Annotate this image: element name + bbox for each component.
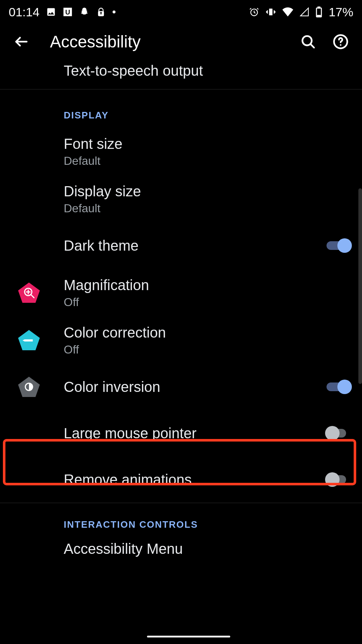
alarm-icon <box>249 7 259 17</box>
toggle-color-inversion[interactable] <box>325 380 352 394</box>
setting-large-mouse-pointer[interactable]: Large mouse pointer <box>64 410 352 456</box>
setting-title: Color inversion <box>64 378 325 396</box>
status-left: 01:14 U <box>9 5 115 19</box>
battery-icon <box>316 7 322 17</box>
setting-color-correction[interactable]: Color correction Off <box>64 316 352 364</box>
svg-point-9 <box>340 44 341 46</box>
setting-title: Color correction <box>64 323 352 342</box>
status-right: 17% <box>249 5 353 19</box>
settings-list[interactable]: Text-to-speech output <box>0 62 362 89</box>
setting-text-to-speech[interactable]: Text-to-speech output <box>64 62 352 89</box>
status-time: 01:14 <box>9 5 39 19</box>
search-button[interactable] <box>295 29 321 54</box>
help-icon <box>333 34 349 50</box>
search-icon <box>300 34 316 50</box>
wifi-icon <box>282 7 293 17</box>
setting-subtitle: Default <box>64 202 352 215</box>
setting-magnification[interactable]: Magnification Off <box>64 269 352 316</box>
status-bar: 01:14 U 17% <box>0 0 362 22</box>
toggle-large-mouse-pointer[interactable] <box>325 426 352 440</box>
nav-indicator <box>147 636 230 637</box>
setting-title: Accessibility Menu <box>64 540 352 558</box>
toggle-remove-animations[interactable] <box>325 472 352 487</box>
setting-title: Magnification <box>64 276 352 294</box>
svg-rect-6 <box>317 15 321 16</box>
section-header-display: DISPLAY <box>64 89 352 127</box>
app-u-icon: U <box>63 7 73 17</box>
svg-rect-5 <box>318 7 320 8</box>
setting-title: Font size <box>64 135 352 153</box>
display-section: DISPLAY Font size Default Display size D… <box>0 89 362 503</box>
arrow-left-icon <box>13 34 29 50</box>
battery-percent: 17% <box>329 5 353 19</box>
setting-title: Large mouse pointer <box>64 424 325 442</box>
vibrate-icon <box>266 7 276 17</box>
snapchat-icon <box>79 7 89 17</box>
setting-title: Text-to-speech output <box>64 62 352 80</box>
switch-thumb <box>325 472 340 487</box>
setting-subtitle: Default <box>64 154 352 168</box>
setting-dark-theme[interactable]: Dark theme <box>64 222 352 269</box>
signal-icon <box>300 7 309 17</box>
app-bar: Accessibility <box>0 22 362 62</box>
section-header-interaction: INTERACTION CONTROLS <box>64 503 352 534</box>
switch-thumb <box>325 426 340 440</box>
scrollbar[interactable] <box>358 188 362 384</box>
switch-thumb <box>337 238 352 253</box>
switch-thumb <box>337 380 352 394</box>
notification-dot-icon <box>113 11 115 13</box>
gallery-icon <box>46 7 56 17</box>
svg-marker-10 <box>18 283 40 303</box>
setting-title: Remove animations <box>64 471 325 489</box>
magnification-icon <box>17 281 41 304</box>
setting-font-size[interactable]: Font size Default <box>64 127 352 175</box>
back-button[interactable] <box>9 29 34 54</box>
color-correction-icon <box>17 329 41 352</box>
svg-text:U: U <box>65 8 70 16</box>
setting-remove-animations[interactable]: Remove animations <box>64 456 352 503</box>
setting-title: Display size <box>64 182 352 200</box>
setting-color-inversion[interactable]: Color inversion <box>64 364 352 410</box>
interaction-section: INTERACTION CONTROLS Accessibility Menu <box>0 503 362 565</box>
setting-display-size[interactable]: Display size Default <box>64 175 352 222</box>
help-button[interactable] <box>328 29 353 54</box>
color-inversion-icon <box>17 375 41 398</box>
setting-subtitle: Off <box>64 296 352 309</box>
setting-accessibility-menu[interactable]: Accessibility Menu <box>64 534 352 565</box>
toggle-dark-theme[interactable] <box>325 238 352 253</box>
svg-rect-3 <box>269 9 272 16</box>
setting-subtitle: Off <box>64 343 352 356</box>
setting-title: Dark theme <box>64 237 325 255</box>
page-title: Accessibility <box>50 32 288 51</box>
lock-icon <box>96 7 106 17</box>
